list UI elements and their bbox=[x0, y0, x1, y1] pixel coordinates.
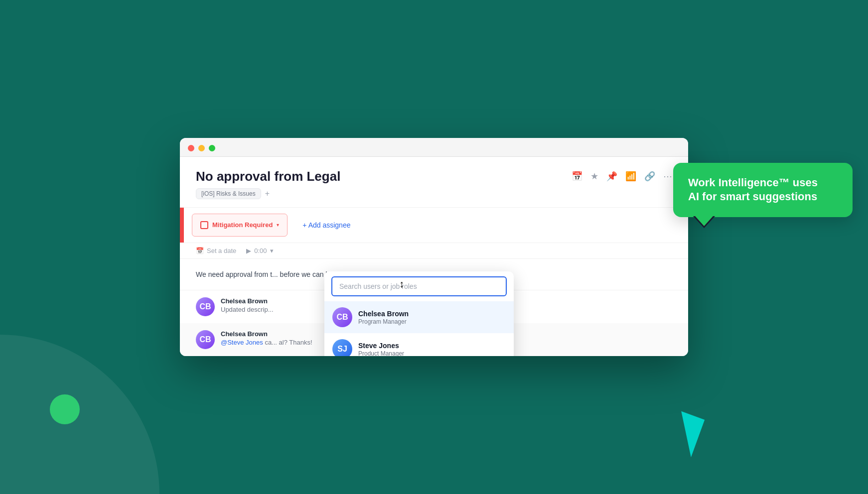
timer-control[interactable]: ▶ 0:00 ▾ bbox=[246, 247, 273, 254]
page-title: No approval from Legal bbox=[196, 169, 340, 184]
app-window: No approval from Legal 📅 ★ 📌 📶 🔗 ⋯ [iOS]… bbox=[180, 138, 688, 357]
mention-steve: @Steve Jones bbox=[221, 339, 263, 346]
bg-circle-decoration bbox=[50, 394, 80, 424]
user-info-steve: Steve Jones Product Manager bbox=[358, 341, 506, 357]
avatar-chelsea-2: CB bbox=[196, 330, 215, 349]
user-item-chelsea[interactable]: CB Chelsea Brown Program Manager bbox=[324, 301, 514, 333]
user-name-steve: Steve Jones bbox=[358, 341, 506, 350]
add-breadcrumb-button[interactable]: + bbox=[265, 189, 270, 198]
more-icon[interactable]: ⋯ bbox=[663, 171, 672, 182]
date-picker[interactable]: 📅 Set a date bbox=[196, 247, 236, 254]
user-role-steve: Product Manager bbox=[358, 350, 506, 356]
play-icon: ▶ bbox=[246, 247, 251, 254]
pin-icon[interactable]: 📌 bbox=[606, 171, 617, 182]
rss-icon[interactable]: 📶 bbox=[625, 171, 636, 182]
star-icon[interactable]: ★ bbox=[590, 171, 598, 182]
header-icons: 📅 ★ 📌 📶 🔗 ⋯ bbox=[572, 169, 672, 182]
ai-tooltip: Work Intelligence™ uses AI for smart sug… bbox=[673, 163, 853, 217]
dot-yellow[interactable] bbox=[198, 145, 205, 151]
avatar-chelsea-1: CB bbox=[196, 297, 215, 316]
timer-value: 0:00 bbox=[254, 247, 267, 254]
page-header: No approval from Legal 📅 ★ 📌 📶 🔗 ⋯ bbox=[180, 157, 688, 184]
meta-row: 📅 Set a date ▶ 0:00 ▾ bbox=[180, 243, 688, 259]
add-assignee-label: + Add assignee bbox=[302, 221, 350, 229]
user-list: CB Chelsea Brown Program Manager SJ Stev… bbox=[324, 301, 514, 357]
breadcrumb-tag[interactable]: [iOS] Risks & Issues bbox=[196, 188, 261, 199]
mitigation-bar bbox=[180, 208, 184, 243]
calendar-small-icon: 📅 bbox=[196, 247, 204, 254]
status-label: Mitigation Required bbox=[212, 221, 273, 229]
user-info-chelsea: Chelsea Brown Program Manager bbox=[358, 309, 506, 325]
chevron-down-icon: ▾ bbox=[277, 222, 279, 228]
user-avatar-chelsea: CB bbox=[332, 307, 352, 327]
user-role-chelsea: Program Manager bbox=[358, 318, 506, 325]
task-row: Mitigation Required ▾ + Add assignee bbox=[180, 207, 688, 243]
date-placeholder: Set a date bbox=[207, 247, 236, 254]
user-avatar-steve: SJ bbox=[332, 339, 352, 357]
task-status-button[interactable]: Mitigation Required ▾ bbox=[192, 214, 288, 237]
user-name-chelsea: Chelsea Brown bbox=[358, 309, 506, 318]
user-item-steve[interactable]: SJ Steve Jones Product Manager bbox=[324, 333, 514, 357]
dot-red[interactable] bbox=[188, 145, 194, 151]
dot-green[interactable] bbox=[209, 145, 215, 151]
link-icon[interactable]: 🔗 bbox=[644, 171, 655, 182]
add-assignee-button[interactable]: + Add assignee bbox=[295, 217, 357, 233]
status-checkbox bbox=[200, 221, 208, 229]
user-dropdown: CB Chelsea Brown Program Manager SJ Stev… bbox=[324, 271, 514, 357]
cyan-triangle-decoration bbox=[668, 411, 705, 457]
breadcrumb-row: [iOS] Risks & Issues + bbox=[180, 184, 688, 199]
ai-tooltip-line2: AI for smart suggestions bbox=[688, 190, 817, 203]
titlebar bbox=[180, 138, 688, 157]
calendar-icon[interactable]: 📅 bbox=[572, 171, 582, 182]
search-input[interactable] bbox=[331, 276, 507, 296]
timer-chevron-icon: ▾ bbox=[270, 247, 274, 254]
dropdown-search-area bbox=[324, 271, 514, 301]
ai-tooltip-line1: Work Intelligence™ uses bbox=[688, 176, 818, 189]
